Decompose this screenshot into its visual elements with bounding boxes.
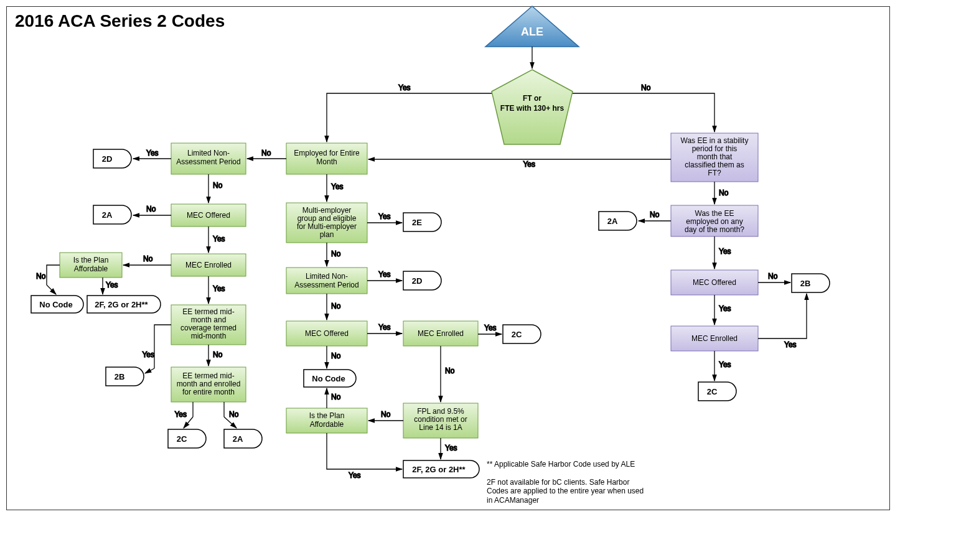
svg-text:No: No — [331, 393, 341, 401]
svg-text:Yes: Yes — [378, 270, 391, 279]
svg-text:month and enrolled: month and enrolled — [177, 380, 241, 388]
node-plan-affordable-left: Is the Plan Affordable — [60, 253, 122, 278]
svg-text:No: No — [650, 210, 660, 219]
svg-text:Affordable: Affordable — [310, 420, 344, 429]
svg-text:Limited Non-: Limited Non- — [306, 272, 348, 281]
svg-text:Yes: Yes — [349, 471, 361, 480]
terminal-no-code-center: No Code — [304, 370, 356, 387]
node-plan-affordable-center: Is the Plan Affordable — [286, 408, 367, 433]
svg-text:No: No — [261, 149, 271, 157]
page: 2016 ACA Series 2 Codes ALE — [0, 0, 979, 560]
svg-text:No: No — [641, 83, 651, 92]
svg-text:2E: 2E — [412, 218, 422, 227]
svg-text:2B: 2B — [800, 279, 811, 288]
node-ft: FT or FTE with 130+ hrs — [492, 70, 573, 144]
ft-line2: FTE with 130+ hrs — [500, 104, 564, 113]
node-fpl-condition: FPL and 9.5% condition met or Line 14 is… — [403, 403, 478, 438]
svg-text:coverage termed: coverage termed — [180, 324, 237, 332]
node-mec-offered-left: MEC Offered — [171, 204, 246, 226]
svg-text:employed on any: employed on any — [686, 217, 742, 226]
svg-text:plan: plan — [320, 230, 334, 239]
svg-text:2C: 2C — [177, 434, 187, 444]
svg-text:No Code: No Code — [39, 300, 72, 309]
svg-text:for entire month: for entire month — [182, 388, 235, 396]
svg-text:MEC Offered: MEC Offered — [187, 211, 230, 220]
svg-text:MEC Offered: MEC Offered — [693, 278, 736, 287]
svg-text:No: No — [36, 272, 46, 281]
node-ee-termed-coverage-mid: EE termed mid- month and coverage termed… — [171, 305, 246, 345]
node-limited-non-assessment-center: Limited Non- Assessment Period — [286, 268, 367, 294]
node-mec-enrolled-left: MEC Enrolled — [171, 254, 246, 276]
svg-text:No: No — [768, 272, 778, 281]
svg-text:No: No — [213, 181, 223, 190]
terminal-2d-center: 2D — [403, 271, 441, 290]
svg-text:No Code: No Code — [312, 374, 345, 383]
svg-text:EE termed mid-: EE termed mid- — [182, 307, 234, 316]
svg-text:No: No — [331, 250, 341, 258]
terminal-2a-left2: 2A — [224, 429, 262, 448]
node-ale: ALE — [485, 6, 579, 47]
svg-text:Was EE in a stability: Was EE in a stability — [681, 136, 749, 145]
svg-text:Multi-employer: Multi-employer — [302, 206, 352, 215]
terminal-2f2g2h-center: 2F, 2G or 2H** — [403, 460, 479, 478]
svg-text:Yes: Yes — [213, 235, 225, 243]
svg-text:Employed for Entire: Employed for Entire — [294, 149, 360, 157]
svg-text:month that: month that — [697, 152, 733, 161]
svg-line-94 — [145, 368, 154, 373]
svg-text:Yes: Yes — [378, 323, 391, 332]
svg-text:Was the EE: Was the EE — [695, 209, 734, 218]
terminal-no-code-left: No Code — [31, 296, 83, 313]
svg-text:Yes: Yes — [174, 410, 187, 419]
svg-text:No: No — [143, 254, 153, 263]
svg-text:Yes: Yes — [719, 247, 731, 256]
svg-text:2C: 2C — [707, 387, 718, 396]
svg-text:2F, 2G or 2H**: 2F, 2G or 2H** — [95, 300, 148, 309]
svg-text:Limited Non-: Limited Non- — [187, 149, 230, 157]
flowchart-svg: ALE FT or FTE with 130+ hrs Employed for… — [0, 0, 979, 560]
svg-text:group and eligible: group and eligible — [297, 214, 357, 223]
svg-text:MEC Enrolled: MEC Enrolled — [691, 334, 738, 343]
svg-text:Yes: Yes — [142, 350, 154, 359]
svg-text:mid-month: mid-month — [191, 332, 227, 340]
node-ee-employed-any-day: Was the EE employed on any day of the mo… — [671, 205, 758, 236]
svg-text:Yes: Yes — [484, 324, 497, 332]
svg-text:Yes: Yes — [106, 281, 118, 289]
node-mec-offered-right: MEC Offered — [671, 270, 758, 295]
svg-text:No: No — [331, 302, 341, 310]
terminal-2c-right: 2C — [698, 382, 736, 401]
svg-text:Yes: Yes — [719, 304, 731, 313]
svg-text:Yes: Yes — [331, 182, 344, 191]
node-multi-employer: Multi-employer group and eligible for Mu… — [286, 203, 367, 243]
node-stability-period: Was EE in a stability period for this mo… — [671, 133, 758, 182]
svg-text:2B: 2B — [115, 372, 125, 381]
node-employed-entire-month: Employed for Entire Month — [286, 143, 367, 174]
svg-text:No: No — [331, 352, 341, 360]
svg-text:for Multi-employer: for Multi-employer — [297, 222, 357, 231]
svg-text:2A: 2A — [102, 210, 113, 220]
svg-text:Affordable: Affordable — [74, 264, 108, 273]
svg-text:FT?: FT? — [708, 169, 721, 177]
terminal-2a-left: 2A — [93, 205, 131, 224]
svg-text:Yes: Yes — [719, 360, 731, 369]
svg-text:Assessment Period: Assessment Period — [176, 157, 240, 166]
ale-label: ALE — [521, 26, 543, 38]
terminal-2e: 2E — [403, 213, 441, 231]
svg-text:Yes: Yes — [445, 444, 457, 452]
node-limited-non-assessment-left: Limited Non- Assessment Period — [171, 143, 246, 174]
terminal-2d-left: 2D — [93, 149, 131, 168]
svg-text:Month: Month — [316, 157, 337, 166]
svg-text:Line 14 is 1A: Line 14 is 1A — [419, 423, 462, 432]
svg-text:day of the month?: day of the month? — [685, 225, 744, 234]
svg-text:period for this: period for this — [692, 144, 738, 153]
svg-text:month and: month and — [191, 315, 227, 324]
terminal-2a-right: 2A — [599, 212, 637, 230]
node-ee-termed-enrolled-entire: EE termed mid- month and enrolled for en… — [171, 367, 246, 402]
svg-text:Assessment Period: Assessment Period — [294, 281, 358, 289]
terminal-2f2g2h-left: 2F, 2G or 2H** — [87, 296, 161, 313]
terminal-2b-left: 2B — [106, 367, 144, 386]
svg-text:Yes: Yes — [378, 212, 391, 221]
svg-text:MEC Enrolled: MEC Enrolled — [185, 261, 232, 269]
terminal-2b-right: 2B — [792, 274, 830, 292]
svg-text:MEC Enrolled: MEC Enrolled — [418, 329, 464, 338]
svg-text:No: No — [719, 189, 729, 197]
